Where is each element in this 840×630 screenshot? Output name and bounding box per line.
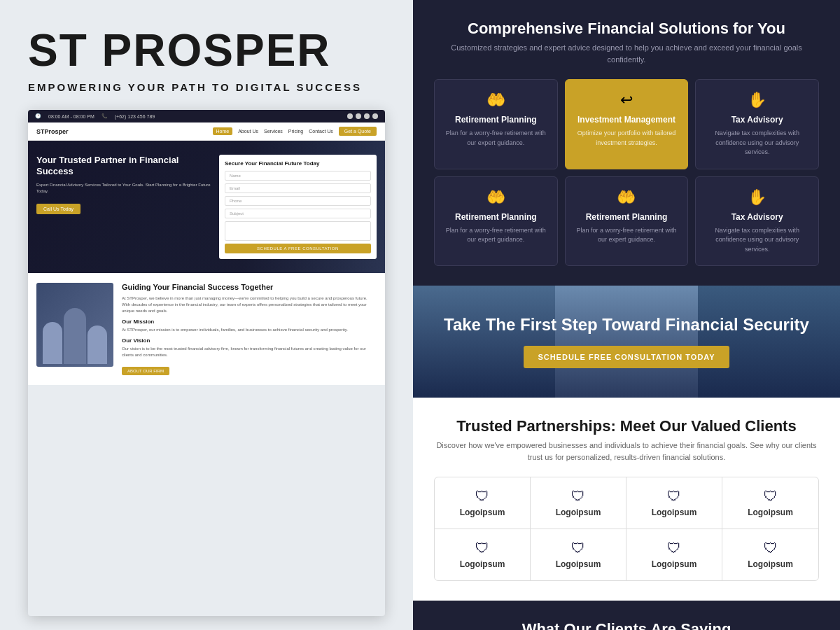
form-submit-button[interactable]: SCHEDULE A FREE CONSULTATION bbox=[225, 244, 371, 253]
testimonials-section: What Our Clients Are Saying See how our … bbox=[413, 601, 840, 630]
nav-pricing[interactable]: Pricing bbox=[288, 129, 303, 134]
clock-icon: 🕐 bbox=[35, 113, 41, 119]
service-desc-3: Plan for a worry-free retirement with ou… bbox=[443, 226, 549, 245]
mini-nav-logo[interactable]: STProsper bbox=[36, 128, 69, 135]
hero-cta-button[interactable]: Call Us Today bbox=[36, 204, 80, 214]
partners-title: Trusted Partnerships: Meet Our Valued Cl… bbox=[434, 417, 819, 435]
mini-nav: STProsper Home About Us Services Pricing… bbox=[28, 122, 385, 141]
service-icon-1: ↩ bbox=[574, 91, 680, 109]
partner-logo-icon-3: 🛡 bbox=[764, 489, 778, 505]
services-grid: 🤲 Retirement Planning Plan for a worry-f… bbox=[434, 79, 819, 266]
partner-name-1: Logoipsum bbox=[556, 507, 601, 517]
service-card-4: 🤲 Retirement Planning Plan for a worry-f… bbox=[565, 176, 689, 267]
topbar-phone: (+62) 123 456 789 bbox=[115, 114, 155, 119]
cta-title: Take The First Step Toward Financial Sec… bbox=[444, 315, 809, 335]
right-panel: Comprehensive Financial Solutions for Yo… bbox=[413, 0, 840, 630]
partner-name-2: Logoipsum bbox=[652, 507, 697, 517]
service-card-0: 🤲 Retirement Planning Plan for a worry-f… bbox=[434, 79, 558, 169]
service-desc-5: Navigate tax complexities with confidenc… bbox=[704, 226, 810, 255]
mini-about: Guiding Your Financial Success Together … bbox=[28, 273, 385, 385]
topbar-time: 08:00 AM - 08:00 PM bbox=[48, 114, 94, 119]
about-title: Guiding Your Financial Success Together bbox=[122, 283, 377, 292]
service-title-0: Retirement Planning bbox=[443, 115, 549, 125]
nav-cta-button[interactable]: Get a Quote bbox=[339, 127, 377, 136]
services-title: Comprehensive Financial Solutions for Yo… bbox=[434, 20, 819, 38]
partner-cell-7: 🛡 Logoipsum bbox=[722, 529, 818, 580]
form-phone-field[interactable]: Phone bbox=[225, 196, 371, 206]
website-preview: 🕐 08:00 AM - 08:00 PM 📞 (+62) 123 456 78… bbox=[28, 110, 385, 616]
partner-cell-2: 🛡 Logoipsum bbox=[626, 477, 722, 529]
service-icon-0: 🤲 bbox=[443, 91, 549, 109]
partners-grid: 🛡 Logoipsum 🛡 Logoipsum 🛡 Logoipsum 🛡 Lo… bbox=[435, 477, 818, 580]
mission-text: At STProsper, our mission is to empower … bbox=[122, 327, 377, 333]
nav-services[interactable]: Services bbox=[264, 129, 283, 134]
services-section: Comprehensive Financial Solutions for Yo… bbox=[413, 0, 840, 286]
hero-desc: Expert Financial Advisory Services Tailo… bbox=[36, 182, 212, 194]
partner-cell-6: 🛡 Logoipsum bbox=[626, 529, 722, 580]
mini-nav-links: Home About Us Services Pricing Contact U… bbox=[213, 127, 377, 136]
partner-cell-0: 🛡 Logoipsum bbox=[435, 477, 531, 529]
form-title: Secure Your Financial Future Today bbox=[225, 160, 371, 167]
nav-contact[interactable]: Contact Us bbox=[309, 129, 333, 134]
person-1 bbox=[43, 322, 62, 364]
service-card-1: ↩ Investment Management Optimize your po… bbox=[565, 79, 689, 169]
partner-logo-icon-1: 🛡 bbox=[571, 489, 585, 505]
partner-logo-icon-0: 🛡 bbox=[475, 489, 489, 505]
partner-name-5: Logoipsum bbox=[556, 559, 601, 569]
partner-logo-icon-6: 🛡 bbox=[667, 540, 681, 556]
partner-logo-icon-7: 🛡 bbox=[764, 540, 778, 556]
social-fb[interactable] bbox=[347, 113, 353, 119]
social-in[interactable] bbox=[364, 113, 370, 119]
form-message-field[interactable] bbox=[225, 221, 371, 241]
phone-icon: 📞 bbox=[102, 113, 108, 119]
services-subtitle: Customized strategies and expert advice … bbox=[434, 42, 819, 65]
social-tw[interactable] bbox=[356, 113, 361, 119]
service-icon-4: 🤲 bbox=[574, 188, 680, 206]
brand-title: ST PROSPER bbox=[28, 28, 385, 73]
service-icon-2: ✋ bbox=[704, 91, 810, 109]
social-yt[interactable] bbox=[372, 113, 378, 119]
mini-topbar: 🕐 08:00 AM - 08:00 PM 📞 (+62) 123 456 78… bbox=[28, 110, 385, 122]
partner-name-3: Logoipsum bbox=[748, 507, 793, 517]
vision-text: Our vision is to be the most trusted fin… bbox=[122, 346, 377, 358]
nav-home[interactable]: Home bbox=[213, 127, 233, 135]
mini-hero-form: Secure Your Financial Future Today Name … bbox=[219, 155, 377, 259]
mini-hero-left: Your Trusted Partner in Financial Succes… bbox=[36, 155, 212, 259]
form-subject-field[interactable]: Subject bbox=[225, 209, 371, 218]
form-email-field[interactable]: Email bbox=[225, 183, 371, 193]
partner-cell-5: 🛡 Logoipsum bbox=[531, 529, 626, 580]
service-desc-1: Optimize your portfolio with tailored in… bbox=[574, 129, 680, 148]
partner-logo-icon-2: 🛡 bbox=[667, 489, 681, 505]
service-icon-5: ✋ bbox=[704, 188, 810, 206]
partner-cell-3: 🛡 Logoipsum bbox=[722, 477, 818, 529]
topbar-left: 🕐 08:00 AM - 08:00 PM 📞 (+62) 123 456 78… bbox=[35, 113, 155, 119]
partners-grid-container: 🛡 Logoipsum 🛡 Logoipsum 🛡 Logoipsum 🛡 Lo… bbox=[434, 477, 819, 581]
brand-subtitle: EMPOWERING YOUR PATH TO DIGITAL SUCCESS bbox=[28, 81, 385, 93]
form-name-field[interactable]: Name bbox=[225, 171, 371, 181]
partners-section: Trusted Partnerships: Meet Our Valued Cl… bbox=[413, 398, 840, 601]
service-title-5: Tax Advisory bbox=[704, 212, 810, 222]
service-card-5: ✋ Tax Advisory Navigate tax complexities… bbox=[695, 176, 819, 267]
person-2 bbox=[64, 308, 86, 364]
about-firm-button[interactable]: ABOUT OUR FIRM bbox=[122, 367, 169, 375]
partner-logo-icon-4: 🛡 bbox=[475, 540, 489, 556]
partner-name-7: Logoipsum bbox=[748, 559, 793, 569]
nav-about[interactable]: About Us bbox=[238, 129, 258, 134]
testimonials-title: What Our Clients Are Saying bbox=[434, 620, 819, 630]
cta-section: Take The First Step Toward Financial Sec… bbox=[413, 286, 840, 398]
service-card-3: 🤲 Retirement Planning Plan for a worry-f… bbox=[434, 176, 558, 267]
service-desc-2: Navigate tax complexities with confidenc… bbox=[704, 129, 810, 158]
partner-cell-4: 🛡 Logoipsum bbox=[435, 529, 531, 580]
partner-name-6: Logoipsum bbox=[652, 559, 697, 569]
topbar-right bbox=[347, 113, 378, 119]
partner-name-4: Logoipsum bbox=[460, 559, 505, 569]
partners-subtitle: Discover how we've empowered businesses … bbox=[434, 440, 819, 463]
partner-logo-icon-5: 🛡 bbox=[571, 540, 585, 556]
service-title-2: Tax Advisory bbox=[704, 115, 810, 125]
about-image bbox=[36, 283, 113, 367]
cta-button[interactable]: SCHEDULE FREE CONSULTATION TODAY bbox=[524, 346, 729, 368]
cta-content: Take The First Step Toward Financial Sec… bbox=[444, 315, 809, 369]
vision-title: Our Vision bbox=[122, 337, 377, 344]
service-title-4: Retirement Planning bbox=[574, 212, 680, 222]
left-panel: ST PROSPER EMPOWERING YOUR PATH TO DIGIT… bbox=[0, 0, 413, 630]
